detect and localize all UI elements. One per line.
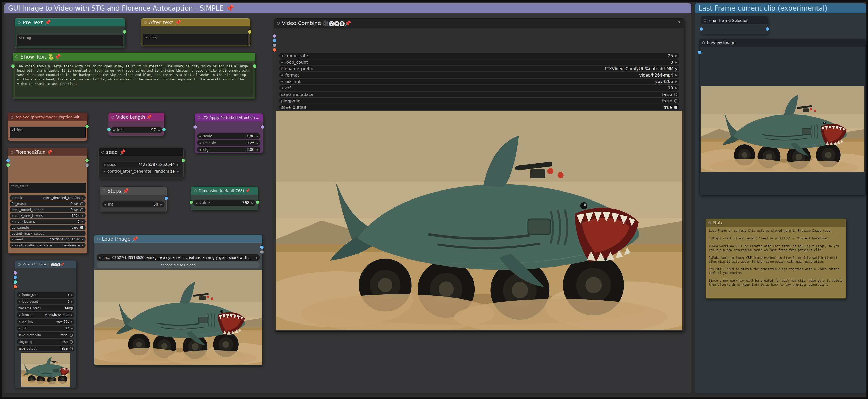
node-florence2run[interactable]: Florence2Run 📌 text_input ◀ task more_de…	[8, 148, 87, 254]
group-last-frame-titlebar[interactable]: Last Frame current clip (experimental)	[695, 3, 866, 13]
decrement-arrow-icon[interactable]: ◀	[18, 320, 20, 323]
node-note[interactable]: Note Last Frame of current Clip will be …	[706, 218, 846, 299]
collapse-dot-icon[interactable]	[702, 41, 705, 44]
decrement-arrow-icon[interactable]: ◀	[11, 220, 13, 223]
increment-arrow-icon[interactable]: ▶	[82, 238, 84, 241]
seed-widget[interactable]: ◀ seed 776200450051432 ▶	[9, 237, 86, 242]
increment-arrow-icon[interactable]: ▶	[71, 327, 73, 330]
output-port[interactable]	[85, 158, 89, 162]
decrement-arrow-icon[interactable]: ◀	[99, 256, 100, 259]
node-header[interactable]: Video Combine 🎥🅥🅗🅢📌	[15, 260, 76, 268]
decrement-arrow-icon[interactable]: ◀	[281, 73, 283, 77]
node-video-length[interactable]: Video Length 📌 ◀ int 97 ▶	[108, 113, 164, 135]
control-after-generate-widget[interactable]: ◀ control_after_generate randomize ▶	[101, 168, 181, 174]
increment-arrow-icon[interactable]: ▶	[82, 197, 84, 199]
node-replace-caption[interactable]: replace "photo/image" caption with 📌 vid…	[8, 113, 87, 141]
output-port[interactable]	[248, 30, 252, 34]
input-port[interactable]	[273, 43, 276, 47]
input-port[interactable]	[6, 158, 10, 162]
toggle-icon[interactable]	[69, 340, 73, 344]
seed-widget[interactable]: ◀ seed 742755875252544 ▶	[101, 162, 181, 167]
group-main-titlebar[interactable]: GUI Image to Video with STG and Florence…	[4, 3, 691, 13]
decrement-arrow-icon[interactable]: ◀	[11, 238, 13, 241]
pingpong-toggle[interactable]: pingpong false	[17, 339, 74, 345]
node-header[interactable]: Pre Text 📌	[15, 19, 125, 26]
input-port[interactable]	[13, 276, 17, 279]
increment-arrow-icon[interactable]: ▶	[82, 220, 84, 223]
pix-fmt-widget[interactable]: ◀ pix_fmt yuv420p ▶	[17, 319, 74, 325]
node-pre-text[interactable]: Pre Text 📌 string	[15, 18, 125, 48]
input-port[interactable]	[273, 48, 276, 52]
input-port[interactable]	[107, 128, 111, 131]
increment-arrow-icon[interactable]: ▶	[82, 244, 84, 247]
collapse-dot-icon[interactable]	[18, 21, 21, 24]
input-port[interactable]	[6, 163, 10, 167]
save-metadata-toggle[interactable]: save_metadata false	[279, 92, 679, 97]
node-after-text[interactable]: After text 📌 string	[141, 18, 250, 47]
node-header[interactable]: LTX Apply Perturbed Attention 📌	[195, 114, 262, 121]
collapse-dot-icon[interactable]	[708, 221, 711, 224]
node-header[interactable]: Final Frame Selector	[701, 17, 768, 25]
node-load-image[interactable]: Load Image 📌 ◀ image 02627-1499186260-im…	[94, 235, 262, 366]
toggle-icon[interactable]	[69, 334, 73, 337]
output-port[interactable]	[162, 128, 166, 131]
filename-prefix-widget[interactable]: filename_prefix temp	[17, 305, 74, 311]
decrement-arrow-icon[interactable]: ◀	[199, 148, 201, 151]
pix-fmt-widget[interactable]: ◀ pix_fmt yuv420p ▶	[279, 79, 679, 84]
increment-arrow-icon[interactable]: ▶	[71, 301, 73, 303]
collapse-dot-icon[interactable]	[18, 263, 21, 266]
collapse-dot-icon[interactable]	[704, 19, 707, 22]
input-port[interactable]	[11, 64, 15, 68]
collapse-dot-icon[interactable]	[194, 189, 196, 192]
format-widget[interactable]: ◀ format video/h264-mp4 ▶	[17, 312, 74, 318]
node-header[interactable]: Florence2Run 📌	[8, 148, 87, 156]
output-port[interactable]	[85, 163, 89, 167]
node-header[interactable]: Note	[706, 219, 846, 227]
input-port[interactable]	[13, 280, 17, 284]
output-port[interactable]	[260, 245, 264, 249]
node-show-text[interactable]: Show Text 🐍📌 The video shows a large sha…	[12, 53, 255, 99]
decrement-arrow-icon[interactable]: ◀	[18, 301, 20, 303]
increment-arrow-icon[interactable]: ▶	[675, 86, 677, 90]
decrement-arrow-icon[interactable]: ◀	[199, 135, 201, 137]
input-port[interactable]	[698, 50, 702, 54]
decrement-arrow-icon[interactable]: ◀	[281, 80, 283, 83]
text-input[interactable]: video	[9, 127, 86, 139]
loop-count-widget[interactable]: ◀ loop_count 0 ▶	[279, 59, 679, 65]
keep-model-loaded-toggle[interactable]: keep_model_loaded false	[9, 207, 86, 212]
decrement-arrow-icon[interactable]: ◀	[199, 142, 201, 144]
node-header[interactable]: Load Image 📌	[94, 235, 262, 243]
node-seed[interactable]: seed 📌 ◀ seed 742755875252544 ▶ ◀ contro…	[98, 148, 184, 179]
choose-file-button[interactable]: choose file to upload	[97, 262, 260, 268]
input-port[interactable]	[273, 39, 276, 42]
node-header[interactable]: Show Text 🐍📌	[13, 53, 255, 61]
pingpong-toggle[interactable]: pingpong false	[279, 98, 679, 103]
toggle-icon[interactable]	[80, 208, 84, 211]
collapse-dot-icon[interactable]	[101, 151, 104, 154]
increment-arrow-icon[interactable]: ▶	[71, 320, 73, 323]
frame-rate-widget[interactable]: ◀ frame_rate 25 ▶	[279, 53, 679, 59]
output-port[interactable]	[164, 196, 168, 200]
toggle-icon[interactable]	[674, 93, 677, 96]
task-widget[interactable]: ◀ task more_detailed_caption ▶	[9, 195, 86, 201]
increment-arrow-icon[interactable]: ▶	[160, 203, 162, 206]
increment-arrow-icon[interactable]: ▶	[675, 54, 677, 58]
decrement-arrow-icon[interactable]: ◀	[11, 244, 13, 247]
collapse-dot-icon[interactable]	[102, 189, 105, 192]
input-port[interactable]	[189, 200, 193, 204]
value-widget[interactable]: ◀ value 768 ▶	[193, 200, 256, 206]
collapse-dot-icon[interactable]	[97, 238, 100, 241]
output-port[interactable]	[253, 64, 257, 68]
crf-widget[interactable]: ◀ crf 19 ▶	[279, 85, 679, 91]
node-ltx-apply-perturbed-attention[interactable]: LTX Apply Perturbed Attention 📌 ◀ scale …	[195, 114, 263, 153]
decrement-arrow-icon[interactable]: ◀	[281, 86, 283, 90]
int-widget[interactable]: ◀ int 30 ▶	[102, 201, 164, 208]
node-header[interactable]: After text 📌	[142, 19, 250, 26]
node-final-frame-selector[interactable]: Final Frame Selector	[701, 17, 768, 34]
node-header[interactable]: replace "photo/image" caption with 📌	[8, 113, 87, 121]
decrement-arrow-icon[interactable]: ◀	[104, 203, 106, 206]
max-new-tokens-widget[interactable]: ◀ max_new_tokens 1024 ▶	[9, 213, 86, 218]
output-port[interactable]	[256, 200, 259, 204]
increment-arrow-icon[interactable]: ▶	[675, 80, 677, 83]
cfg-widget[interactable]: ◀ cfg 3.00 ▶	[197, 147, 260, 152]
